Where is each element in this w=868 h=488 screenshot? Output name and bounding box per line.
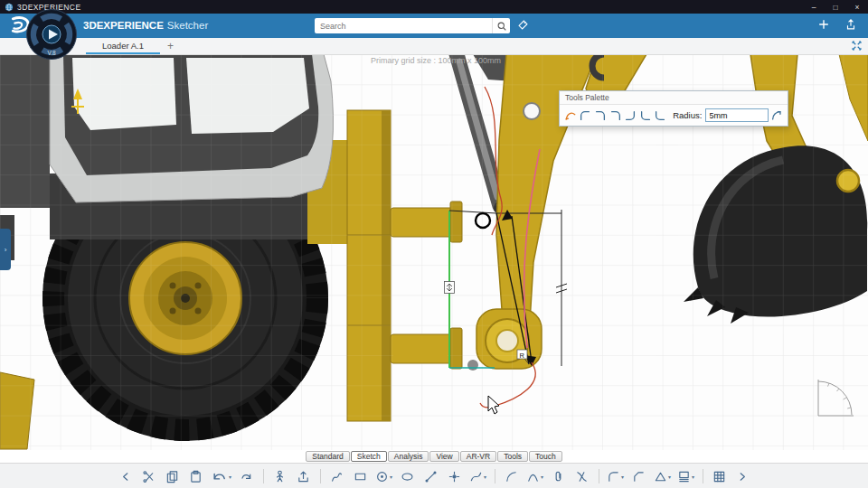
maximize-button[interactable]: □ xyxy=(825,0,846,14)
workbench-tab-touch[interactable]: Touch xyxy=(529,451,562,463)
workbench-tab-standard[interactable]: Standard xyxy=(306,451,350,463)
window-titlebar: 3DEXPERIENCE – □ × xyxy=(0,0,868,14)
document-tabbar: Loader A.1 + xyxy=(0,38,868,55)
copy-icon xyxy=(165,470,179,483)
corner-trim-option-6-icon[interactable] xyxy=(654,108,668,123)
expand-button[interactable] xyxy=(732,466,754,486)
grid-button[interactable] xyxy=(709,466,731,486)
line-button[interactable] xyxy=(420,466,442,486)
3d-compass[interactable]: V.8 xyxy=(25,8,78,61)
dropdown-caret-icon[interactable]: ▾ xyxy=(692,474,694,480)
trim-icon xyxy=(575,470,589,483)
add-content-button[interactable] xyxy=(817,18,830,31)
undo-button[interactable]: ▾ xyxy=(209,466,234,486)
toolbar-separator xyxy=(263,469,264,483)
circle-button[interactable]: ▾ xyxy=(373,466,395,486)
corner-button[interactable]: ▾ xyxy=(605,466,627,486)
dropdown-caret-icon[interactable]: ▾ xyxy=(621,474,624,480)
triangle-button[interactable]: ▾ xyxy=(652,466,674,486)
tag-icon xyxy=(517,19,529,31)
grid-icon xyxy=(712,470,726,483)
workbench-tab-sketch[interactable]: Sketch xyxy=(351,451,387,463)
attach-icon xyxy=(552,470,565,483)
chamfer-button[interactable] xyxy=(628,466,650,486)
expand-icon xyxy=(736,470,750,483)
panel-collapse-handle[interactable]: › xyxy=(0,229,11,270)
radius-label: Radius: xyxy=(673,110,702,120)
corner-trim-option-4-icon[interactable] xyxy=(623,108,637,123)
sketch-arc-tool-icon[interactable] xyxy=(563,108,578,123)
sketch-viewport[interactable]: R Primary grid size : 100mm x 100mm › To… xyxy=(0,54,868,450)
share-icon xyxy=(844,18,857,31)
paste-button[interactable] xyxy=(185,466,207,486)
collapse-button[interactable] xyxy=(115,466,137,486)
export-icon xyxy=(297,470,310,483)
corner-trim-option-1-icon[interactable] xyxy=(579,108,593,123)
compass-version: V.8 xyxy=(47,50,56,56)
new-tab-button[interactable]: + xyxy=(160,38,181,54)
point-icon xyxy=(448,470,461,483)
point-button[interactable] xyxy=(444,466,466,486)
search-button[interactable] xyxy=(492,18,510,33)
toolbar-separator xyxy=(703,469,703,483)
ellipse-icon xyxy=(401,470,414,483)
grid-size-note: Primary grid size : 100mm x 100mm xyxy=(371,56,501,65)
minimize-button[interactable]: – xyxy=(803,0,825,14)
corner-trim-option-3-icon[interactable] xyxy=(609,108,623,123)
layers-icon xyxy=(677,470,691,483)
auto-radius-icon[interactable] xyxy=(769,108,784,123)
tag-button[interactable] xyxy=(517,19,529,33)
trim-button[interactable] xyxy=(571,466,593,486)
dropdown-caret-icon[interactable]: ▾ xyxy=(229,474,231,480)
cut-button[interactable] xyxy=(138,466,160,486)
toolbar-separator xyxy=(320,469,321,483)
attach-button[interactable] xyxy=(548,466,570,486)
ellipse-button[interactable] xyxy=(397,466,419,486)
workbench-tab-analysis[interactable]: Analysis xyxy=(388,451,429,463)
dropdown-caret-icon[interactable]: ▾ xyxy=(484,474,486,480)
toolbar-separator xyxy=(495,469,495,483)
layers-button[interactable]: ▾ xyxy=(675,466,697,486)
globe-icon xyxy=(5,3,14,12)
manikin-button[interactable] xyxy=(269,466,291,486)
app-header: 3DEXPERIENCESketcher xyxy=(0,14,868,38)
plus-icon xyxy=(817,18,830,31)
triangle-icon xyxy=(654,470,667,483)
document-tab-loader[interactable]: Loader A.1 xyxy=(86,38,160,54)
workbench-tab-view[interactable]: View xyxy=(429,451,458,463)
product-name: Sketcher xyxy=(167,20,208,31)
dropdown-caret-icon[interactable]: ▾ xyxy=(668,474,671,480)
export-button[interactable] xyxy=(293,466,315,486)
workbench-tab-ar-vr[interactable]: AR-VR xyxy=(460,451,496,463)
close-button[interactable]: × xyxy=(846,0,868,14)
search-bar xyxy=(315,18,510,33)
image-grid-overlay xyxy=(0,54,393,450)
workbench-tabbar: StandardSketchAnalysisViewAR-VRToolsTouc… xyxy=(0,450,868,463)
workbench-tab-tools[interactable]: Tools xyxy=(497,451,528,463)
tools-palette: Tools Palette Radius: xyxy=(559,90,788,127)
profile-icon xyxy=(330,470,344,483)
brand-name: 3DEXPERIENCE xyxy=(83,20,164,31)
rectangle-icon xyxy=(354,470,367,483)
cut-icon xyxy=(142,470,156,483)
share-button[interactable] xyxy=(844,18,857,31)
spline-button[interactable]: ▾ xyxy=(467,466,489,486)
radius-input[interactable] xyxy=(705,108,769,122)
copy-button[interactable] xyxy=(162,466,184,486)
chamfer-icon xyxy=(632,470,646,483)
conic-button[interactable]: ▾ xyxy=(524,466,546,486)
rectangle-button[interactable] xyxy=(350,466,372,486)
profile-button[interactable] xyxy=(326,466,348,486)
search-input[interactable] xyxy=(315,22,492,31)
fullscreen-button[interactable] xyxy=(851,40,863,54)
spline-icon xyxy=(469,470,483,483)
anchor-symbol xyxy=(445,282,455,294)
collapse-icon xyxy=(118,470,132,483)
dropdown-caret-icon[interactable]: ▾ xyxy=(541,474,543,480)
arc-button[interactable] xyxy=(501,466,523,486)
line-icon xyxy=(424,470,438,483)
dropdown-caret-icon[interactable]: ▾ xyxy=(390,474,392,480)
corner-trim-option-2-icon[interactable] xyxy=(593,108,608,123)
corner-trim-option-5-icon[interactable] xyxy=(638,108,653,123)
redo-button[interactable] xyxy=(236,466,258,486)
